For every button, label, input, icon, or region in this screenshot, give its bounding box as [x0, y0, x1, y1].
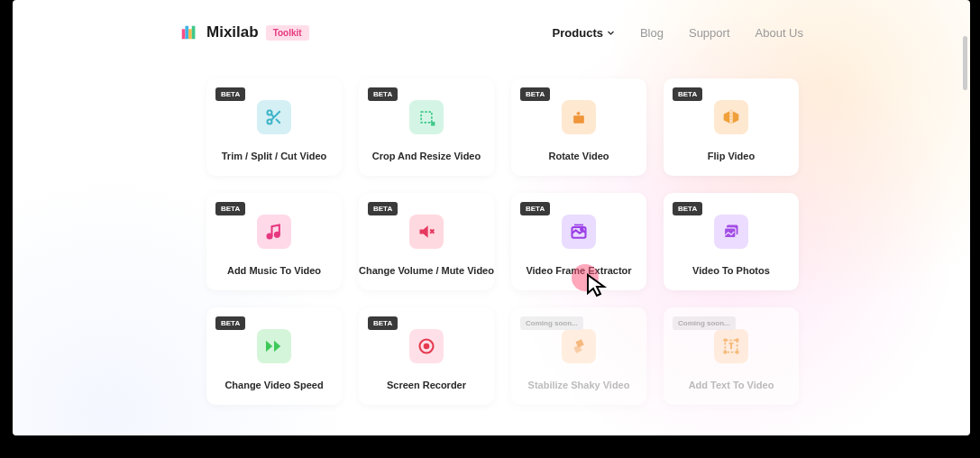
tool-video-to-photos[interactable]: BETA Video To Photos [664, 193, 799, 290]
svg-point-0 [268, 111, 272, 115]
beta-badge: BETA [215, 87, 245, 101]
photos-icon [714, 215, 748, 249]
nav-blog[interactable]: Blog [640, 26, 664, 40]
tool-label: Change Video Speed [224, 380, 323, 390]
crop-icon [409, 100, 444, 134]
svg-point-19 [724, 339, 727, 342]
stabilize-icon [562, 329, 596, 363]
tool-frame-extract[interactable]: BETA Video Frame Extractor [511, 193, 646, 290]
svg-rect-5 [421, 112, 432, 123]
tool-label: Flip Video [708, 151, 755, 161]
tool-label: Stabilize Shaky Video [528, 380, 630, 390]
svg-point-20 [736, 339, 738, 342]
beta-badge: BETA [368, 202, 398, 215]
scissors-icon [257, 100, 291, 134]
header: Mixilab Toolkit Products Blog Support Ab… [13, 0, 970, 53]
toolkit-badge: Toolkit [266, 25, 309, 41]
beta-badge: BETA [520, 202, 550, 215]
tool-label: Screen Recorder [387, 380, 466, 390]
tool-record[interactable]: BETA Screen Recorder [359, 307, 494, 405]
speed-icon [257, 329, 291, 363]
nav-about[interactable]: About Us [756, 26, 803, 40]
main-nav: Products Blog Support About Us [553, 26, 803, 40]
music-icon [257, 215, 291, 249]
flip-icon [714, 100, 748, 134]
nav-products-label: Products [553, 26, 603, 40]
coming-soon-badge: Coming soon... [520, 316, 583, 330]
beta-badge: BETA [368, 87, 398, 101]
tool-music[interactable]: BETA Add Music To Video [206, 193, 342, 290]
frame-icon [562, 215, 596, 249]
svg-line-3 [276, 119, 280, 124]
tools-grid: BETA Trim / Split / Cut Video BETA Cr [13, 78, 970, 423]
record-icon [409, 329, 444, 363]
nav-products[interactable]: Products [553, 26, 615, 40]
coming-soon-badge: Coming soon... [673, 316, 736, 330]
tool-label: Rotate Video [548, 151, 609, 161]
tool-label: Video To Photos [692, 265, 770, 276]
svg-line-4 [271, 114, 274, 117]
beta-badge: BETA [673, 87, 702, 101]
tool-crop[interactable]: BETA Crop And Resize Video [359, 78, 494, 176]
svg-point-13 [581, 228, 583, 231]
beta-badge: BETA [673, 202, 702, 215]
tool-label: Crop And Resize Video [372, 151, 481, 161]
beta-badge: BETA [215, 316, 245, 330]
tool-label: Add Text To Video [689, 380, 774, 390]
tool-trim[interactable]: BETA Trim / Split / Cut Video [206, 78, 342, 176]
svg-rect-15 [725, 228, 737, 238]
tool-text: Coming soon... Add Text To Video [664, 307, 799, 405]
tool-label: Trim / Split / Cut Video [222, 151, 327, 161]
tool-rotate[interactable]: BETA Rotate Video [511, 78, 646, 176]
svg-point-17 [424, 344, 430, 350]
tool-label: Change Volume / Mute Video [359, 265, 494, 276]
svg-point-22 [736, 351, 738, 353]
svg-point-1 [268, 120, 272, 124]
tool-speed[interactable]: BETA Change Video Speed [206, 307, 342, 405]
tool-volume[interactable]: BETA Change Volume / Mute Video [359, 193, 494, 290]
logo-icon [179, 23, 199, 42]
beta-badge: BETA [215, 202, 245, 215]
rotate-icon [562, 100, 596, 134]
tool-label: Video Frame Extractor [526, 265, 631, 276]
tool-label: Add Music To Video [227, 265, 321, 276]
logo[interactable]: Mixilab Toolkit [179, 23, 309, 42]
chevron-down-icon [607, 29, 615, 37]
svg-rect-6 [573, 115, 584, 123]
svg-point-21 [724, 351, 727, 353]
mute-icon [409, 215, 444, 249]
beta-badge: BETA [368, 316, 398, 330]
nav-support[interactable]: Support [689, 26, 730, 40]
svg-point-8 [268, 234, 272, 239]
logo-text: Mixilab [206, 23, 259, 41]
svg-point-9 [275, 233, 279, 237]
beta-badge: BETA [520, 87, 550, 101]
tool-stabilize: Coming soon... Stabilize Shaky Video [511, 307, 646, 405]
text-icon [714, 329, 748, 363]
tool-flip[interactable]: BETA Flip Video [664, 78, 799, 176]
